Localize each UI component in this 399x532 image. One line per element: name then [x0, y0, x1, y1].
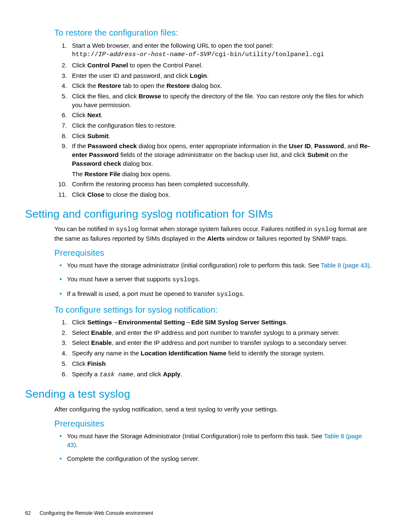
list-item: • Complete the configuration of the sysl…	[54, 455, 374, 463]
step-text: Start a Web browser, and enter the follo…	[72, 42, 273, 49]
list-item: 4. Click the Restore tab to open the Res…	[54, 82, 374, 90]
heading-restore: To restore the configuration files:	[54, 27, 374, 39]
list-item: 2. Select Enable, and enter the IP addre…	[54, 329, 374, 337]
list-item: • You must have a server that supports s…	[54, 275, 374, 285]
configure-steps-list: 1. Click Settings→Environmental Setting→…	[25, 318, 374, 379]
prereq-list: • You must have the storage administrato…	[25, 261, 374, 299]
syslog-intro: You can be notified in syslog format whe…	[54, 225, 374, 243]
restore-steps-list-cont: 10. Confirm the restoring process has be…	[25, 180, 374, 199]
list-item: 5. Click Finish	[54, 360, 374, 368]
xref-link[interactable]: Table 8 (page 43)	[321, 262, 370, 269]
list-item: 9. If the Password check dialog box open…	[54, 142, 374, 168]
list-item: 1. Start a Web browser, and enter the fo…	[54, 41, 374, 59]
list-item: 1. Click Settings→Environmental Setting→…	[54, 318, 374, 327]
list-item: • If a firewall is used, a port must be …	[54, 290, 374, 299]
list-item: 3. Select Enable, and enter the IP addre…	[54, 339, 374, 347]
list-item: 11. Click Close to close the dialog box.	[54, 190, 374, 199]
list-item: 3. Enter the user ID and password, and c…	[54, 72, 374, 80]
list-item: 10. Confirm the restoring process has be…	[54, 180, 374, 189]
prereq-list: • You must have the Storage Administrato…	[25, 432, 374, 463]
heading-prereq: Prerequisites	[54, 247, 374, 259]
list-item: • You must have the Storage Administrato…	[54, 432, 374, 449]
heading-configure: To configure settings for syslog notific…	[54, 304, 374, 316]
url-code: http://IP-address-or-host-name-of-SVP/cg…	[72, 51, 324, 58]
page-footer: 62 Configuring the Remote Web Console en…	[25, 510, 153, 517]
step-continuation: The Restore File dialog box opens.	[72, 170, 374, 179]
heading-test-syslog: Sending a test syslog	[25, 387, 374, 402]
list-item: 8. Click Submit.	[54, 132, 374, 141]
list-item: • You must have the storage administrato…	[54, 261, 374, 270]
test-intro: After configuring the syslog notificatio…	[54, 405, 374, 414]
list-item: 4. Specify any name in the Location Iden…	[54, 349, 374, 358]
restore-steps-list: 1. Start a Web browser, and enter the fo…	[25, 41, 374, 168]
heading-prereq: Prerequisites	[54, 418, 374, 430]
footer-title: Configuring the Remote Web Console envir…	[40, 510, 153, 516]
page-number: 62	[25, 510, 31, 516]
list-item: 6. Click Next.	[54, 111, 374, 120]
list-item: 7. Click the configuration files to rest…	[54, 121, 374, 130]
list-item: 2. Click Control Panel to open the Contr…	[54, 61, 374, 70]
list-item: 5. Click the files, and click Browse to …	[54, 92, 374, 109]
list-item: 6. Specify a task name, and click Apply.	[54, 370, 374, 380]
heading-syslog: Setting and configuring syslog notificat…	[25, 207, 374, 222]
